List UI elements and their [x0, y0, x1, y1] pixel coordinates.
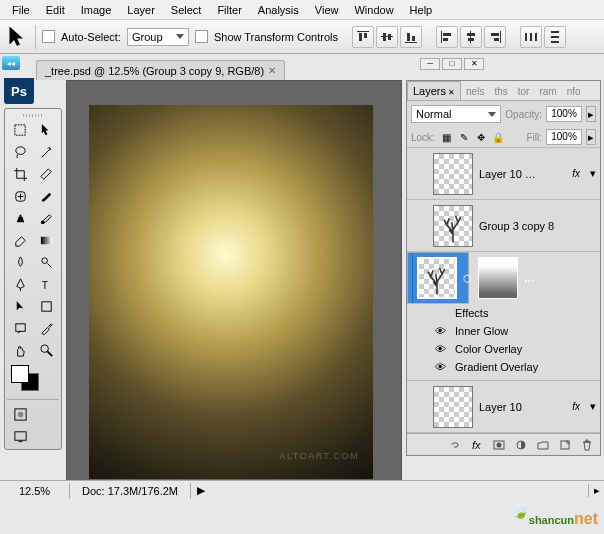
align-bottom-button[interactable] — [400, 26, 422, 48]
effect-item[interactable]: Gradient Overlay — [455, 361, 538, 373]
menu-image[interactable]: Image — [73, 2, 120, 18]
menu-select[interactable]: Select — [163, 2, 210, 18]
fill-input[interactable]: 100% — [546, 129, 582, 145]
collapse-icon[interactable]: ▾ — [590, 400, 596, 413]
close-document-icon[interactable]: ✕ — [268, 65, 276, 76]
marquee-tool[interactable] — [7, 119, 33, 141]
effect-item[interactable]: Inner Glow — [455, 325, 508, 337]
layer-style-button[interactable]: fx — [468, 437, 486, 453]
magic-wand-tool[interactable] — [33, 141, 59, 163]
fill-spinner[interactable]: ▸ — [586, 129, 596, 145]
layer-thumbnail[interactable] — [433, 153, 473, 195]
menu-filter[interactable]: Filter — [209, 2, 249, 18]
minimize-icon[interactable]: ─ — [420, 58, 440, 70]
layer-thumbnail[interactable] — [417, 257, 457, 299]
tab-info[interactable]: nfo — [562, 83, 586, 100]
distribute-v-button[interactable] — [544, 26, 566, 48]
layer-row[interactable]: Layer 10 fx ▾ — [407, 381, 600, 433]
align-top-button[interactable] — [352, 26, 374, 48]
align-vcenter-button[interactable] — [376, 26, 398, 48]
dodge-tool[interactable] — [33, 251, 59, 273]
fx-badge[interactable]: fx — [572, 168, 580, 179]
layer-name[interactable]: Layer 10 … — [479, 168, 566, 180]
eraser-tool[interactable] — [7, 229, 33, 251]
blur-tool[interactable] — [7, 251, 33, 273]
quick-mask-tool[interactable] — [7, 403, 33, 425]
effect-item[interactable]: Color Overlay — [455, 343, 522, 355]
lock-transparency-icon[interactable]: ▦ — [439, 129, 455, 145]
menu-layer[interactable]: Layer — [119, 2, 163, 18]
panel-grip[interactable] — [7, 111, 59, 119]
layer-row[interactable]: Group 3 copy 8 — [407, 200, 600, 252]
layer-mask-button[interactable] — [490, 437, 508, 453]
close-icon[interactable]: ✕ — [464, 58, 484, 70]
tab-dock-grip[interactable]: ◂◂ — [2, 56, 20, 70]
layer-name[interactable]: … — [524, 272, 535, 284]
zoom-level[interactable]: 12.5% — [0, 483, 70, 499]
pen-tool[interactable] — [7, 273, 33, 295]
menu-view[interactable]: View — [307, 2, 347, 18]
align-hcenter-button[interactable] — [460, 26, 482, 48]
color-swatches[interactable] — [7, 361, 59, 399]
distribute-h-button[interactable] — [520, 26, 542, 48]
lasso-tool[interactable] — [7, 141, 33, 163]
show-transform-checkbox[interactable] — [195, 30, 208, 43]
delete-layer-button[interactable] — [578, 437, 596, 453]
move-tool-icon[interactable] — [5, 25, 29, 49]
link-layers-button[interactable] — [446, 437, 464, 453]
adjustment-layer-button[interactable] — [512, 437, 530, 453]
layer-name[interactable]: Layer 10 — [479, 401, 566, 413]
screen-mode-tool[interactable] — [7, 425, 33, 447]
menu-analysis[interactable]: Analysis — [250, 2, 307, 18]
tab-paths[interactable]: ths — [489, 83, 512, 100]
notes-tool[interactable] — [7, 317, 33, 339]
layer-mask-thumbnail[interactable] — [478, 257, 518, 299]
layer-row-selected[interactable]: ⬡ … — [407, 252, 469, 304]
collapse-icon[interactable]: ▾ — [590, 167, 596, 180]
hand-tool[interactable] — [7, 339, 33, 361]
layer-name[interactable]: Group 3 copy 8 — [479, 220, 596, 232]
opacity-spinner[interactable]: ▸ — [586, 106, 596, 122]
tab-layers[interactable]: Layers✕ — [407, 81, 461, 100]
align-left-button[interactable] — [436, 26, 458, 48]
document-size-info[interactable]: Doc: 17.3M/176.2M — [70, 483, 191, 499]
scroll-right-icon[interactable]: ▸ — [588, 484, 604, 497]
foreground-color[interactable] — [11, 365, 29, 383]
align-right-button[interactable] — [484, 26, 506, 48]
history-brush-tool[interactable] — [33, 207, 59, 229]
menu-help[interactable]: Help — [402, 2, 441, 18]
lock-position-icon[interactable]: ✥ — [473, 129, 489, 145]
maximize-icon[interactable]: □ — [442, 58, 462, 70]
menu-edit[interactable]: Edit — [38, 2, 73, 18]
layer-mask-link-icon[interactable]: ⬡ — [463, 273, 472, 284]
menu-file[interactable]: File — [4, 2, 38, 18]
slice-tool[interactable] — [33, 163, 59, 185]
auto-select-checkbox[interactable] — [42, 30, 55, 43]
lock-pixels-icon[interactable]: ✎ — [456, 129, 472, 145]
document-tab[interactable]: _tree.psd @ 12.5% (Group 3 copy 9, RGB/8… — [36, 60, 285, 80]
effect-visibility-icon[interactable]: 👁 — [435, 325, 449, 337]
path-selection-tool[interactable] — [7, 295, 33, 317]
new-group-button[interactable] — [534, 437, 552, 453]
clone-stamp-tool[interactable] — [7, 207, 33, 229]
layer-thumbnail[interactable] — [433, 386, 473, 428]
crop-tool[interactable] — [7, 163, 33, 185]
healing-brush-tool[interactable] — [7, 185, 33, 207]
brush-tool[interactable] — [33, 185, 59, 207]
type-tool[interactable]: T — [33, 273, 59, 295]
auto-select-dropdown[interactable]: Group — [127, 28, 189, 46]
document-canvas[interactable]: ALTOART.COM — [89, 105, 373, 479]
gradient-tool[interactable] — [33, 229, 59, 251]
move-tool[interactable] — [33, 119, 59, 141]
tab-histogram[interactable]: ram — [534, 83, 561, 100]
opacity-input[interactable]: 100% — [546, 106, 582, 122]
effect-visibility-icon[interactable]: 👁 — [435, 343, 449, 355]
eyedropper-tool[interactable] — [33, 317, 59, 339]
tab-navigator[interactable]: tor — [513, 83, 535, 100]
tab-channels[interactable]: nels — [461, 83, 489, 100]
info-menu-arrow[interactable]: ▶ — [191, 484, 211, 497]
menu-window[interactable]: Window — [346, 2, 401, 18]
effect-visibility-icon[interactable]: 👁 — [435, 361, 449, 373]
layer-thumbnail[interactable] — [433, 205, 473, 247]
fx-badge[interactable]: fx — [572, 401, 580, 412]
